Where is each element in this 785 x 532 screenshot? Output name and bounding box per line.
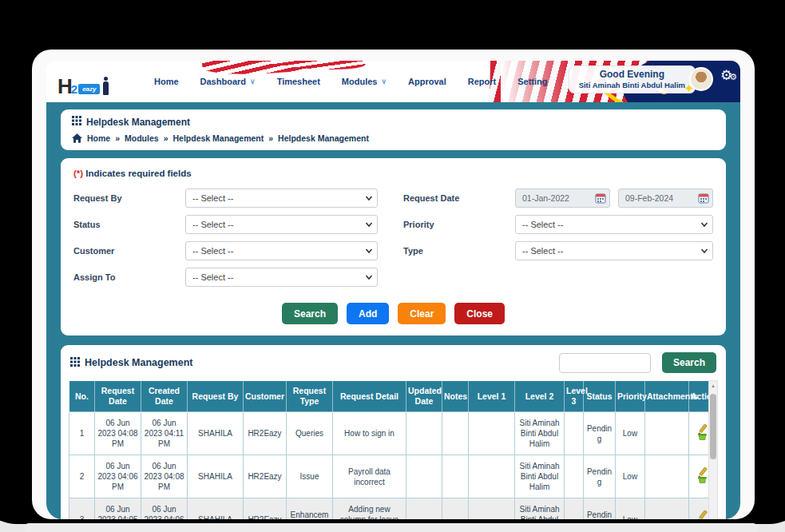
grid-icon	[70, 357, 80, 367]
priority-select-wrap: -- Select --	[515, 215, 713, 234]
date-range	[515, 189, 713, 208]
request-by-row: Request By-- Select --	[73, 189, 378, 208]
breadcrumb-separator: »	[115, 133, 120, 143]
cell-updated-date	[406, 498, 442, 519]
cell-priority: Low	[616, 455, 645, 498]
table-row: 306 Jun 2023 04:05 PM06 Jun 2023 04:06 P…	[69, 498, 716, 519]
calendar-icon[interactable]	[698, 193, 709, 204]
edit-icon[interactable]	[696, 510, 709, 519]
column-header: Status	[584, 381, 616, 412]
nav-item-home[interactable]: Home	[154, 77, 179, 86]
cell-level3	[565, 455, 584, 498]
request-by-label: Request By	[73, 193, 185, 203]
helpdesk-table: No.Request DateCreated DateRequest ByCus…	[69, 380, 716, 519]
frame-bottom-strip	[24, 523, 758, 532]
table-row: 206 Jun 2023 04:06 PM06 Jun 2023 04:08 P…	[69, 455, 716, 498]
assign-to-row: Assign To-- Select --	[73, 268, 378, 287]
scrollbar-up-icon[interactable]: ▲	[709, 381, 717, 391]
table-panel-header: Helpdesk Management Search	[69, 352, 718, 380]
cell-notes	[442, 498, 469, 519]
table-search-button[interactable]: Search	[662, 352, 716, 373]
nav-item-approval[interactable]: Approval	[408, 77, 446, 86]
table-search-input[interactable]	[559, 353, 651, 373]
cell-request-by: SHAHILA	[188, 455, 244, 498]
nav-item-modules[interactable]: Modules∨	[342, 77, 387, 86]
helpdesk-table-panel: Helpdesk Management Search No.	[61, 345, 726, 519]
calendar-icon[interactable]	[595, 193, 606, 204]
cell-attachments	[645, 498, 689, 519]
cell-request-date: 06 Jun 2023 04:05 PM	[95, 498, 141, 519]
nav-item-label: Dashboard	[200, 77, 246, 86]
table-scrollbar[interactable]: ▲	[708, 380, 718, 519]
table-title-row: Helpdesk Management	[70, 357, 192, 369]
column-header: Level 3	[565, 381, 584, 412]
close-button[interactable]: Close	[454, 303, 505, 324]
priority-select[interactable]: -- Select --	[515, 215, 713, 234]
add-button[interactable]: Add	[347, 303, 389, 324]
scrollbar-thumb[interactable]	[710, 394, 716, 459]
cell-updated-date	[406, 455, 442, 498]
cell-request-date: 06 Jun 2023 04:08 PM	[95, 412, 141, 455]
breadcrumb-item[interactable]: Home	[87, 133, 110, 143]
edit-icon[interactable]	[696, 424, 709, 440]
cell-priority: Low	[616, 412, 645, 455]
breadcrumb-separator: »	[164, 133, 168, 143]
cell-level2: Siti Aminah Binti Abdul Halim	[515, 412, 565, 455]
required-fields-note: (*) Indicates required fields	[73, 169, 713, 178]
greeting-chip: Good Evening Siti Aminah Binti Abdul Hal…	[569, 66, 696, 93]
assign-to-select[interactable]: -- Select --	[185, 268, 378, 287]
cell-created-date: 06 Jun 2023 04:06 PM	[141, 498, 188, 519]
settings-gears[interactable]: ⚙⚙	[720, 67, 737, 84]
cell-status: Pending	[584, 455, 616, 498]
column-header: Request Date	[95, 381, 141, 412]
cell-request-detail: Payroll data incorrect	[333, 455, 406, 498]
filter-grid: Request By-- Select -- Status-- Select -…	[73, 189, 713, 287]
customer-select-wrap: -- Select --	[185, 241, 378, 260]
request-by-select-wrap: -- Select --	[185, 189, 378, 208]
cell-priority: Low	[616, 498, 645, 519]
nav-item-label: Report	[468, 77, 496, 86]
status-select-wrap: -- Select --	[185, 215, 378, 234]
filter-column-left: Request By-- Select -- Status-- Select -…	[73, 189, 378, 287]
breadcrumb-item[interactable]: Helpdesk Management	[172, 133, 264, 143]
type-select[interactable]: -- Select --	[515, 241, 713, 260]
nav-item-timesheet[interactable]: Timesheet	[277, 77, 320, 86]
clear-button[interactable]: Clear	[398, 303, 446, 324]
column-header: Notes	[442, 381, 469, 412]
edit-icon[interactable]	[696, 467, 709, 483]
grid-icon-slot	[72, 116, 81, 128]
cell-request-type: Queries	[287, 412, 333, 455]
cell-status: Pending	[584, 498, 616, 519]
table-head: No.Request DateCreated DateRequest ByCus…	[69, 381, 716, 412]
status-select[interactable]: -- Select --	[185, 215, 378, 234]
date-to-wrap	[618, 189, 713, 208]
table-body: 106 Jun 2023 04:08 PM06 Jun 2023 04:11 P…	[69, 412, 716, 519]
user-avatar[interactable]	[689, 67, 713, 91]
column-header: Priority	[616, 381, 645, 412]
chevron-down-icon: ∨	[381, 78, 387, 85]
column-header: Created Date	[141, 381, 188, 412]
cell-level3	[565, 412, 584, 455]
type-select-wrap: -- Select --	[515, 241, 713, 260]
hr2eazy-logo[interactable]: H 2 eazy	[57, 67, 109, 96]
assign-to-select-wrap: -- Select --	[185, 268, 378, 287]
required-text: Indicates required fields	[85, 169, 191, 178]
status-label: Status	[73, 220, 185, 229]
required-marker: (*)	[73, 169, 83, 178]
nav-item-report[interactable]: Report	[468, 77, 496, 86]
cell-notes	[442, 412, 469, 455]
column-header: Request Detail	[333, 381, 406, 412]
type-row: Type-- Select --	[403, 241, 713, 260]
cell-request-type: Issue	[287, 455, 333, 498]
column-header: Level 1	[469, 381, 515, 412]
breadcrumb-item[interactable]: Helpdesk Management	[278, 133, 369, 143]
page-title-row: Helpdesk Management	[72, 116, 715, 128]
request-by-select[interactable]: -- Select --	[185, 189, 378, 208]
search-button[interactable]: Search	[282, 303, 338, 324]
column-header: Request Type	[287, 381, 333, 412]
breadcrumb-item[interactable]: Modules	[125, 133, 159, 143]
nav-item-label: Home	[154, 77, 179, 86]
customer-select[interactable]: -- Select --	[185, 241, 378, 260]
nav-item-dashboard[interactable]: Dashboard∨	[200, 77, 256, 86]
nav-item-setting[interactable]: Setting	[517, 77, 547, 86]
